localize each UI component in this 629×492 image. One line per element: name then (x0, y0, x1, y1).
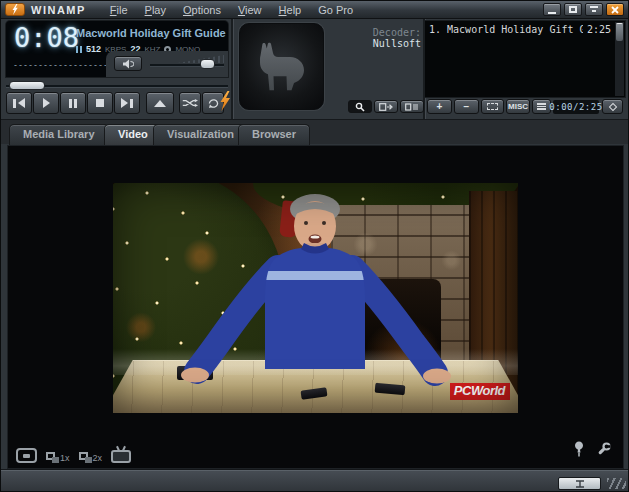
next-button[interactable] (114, 92, 140, 114)
playlist-scrollbar[interactable] (615, 22, 624, 96)
separator (231, 19, 233, 119)
pause-icon (69, 99, 77, 108)
pcworld-logo: PCWorld (450, 383, 510, 400)
menu-file[interactable]: File (110, 4, 128, 16)
titlebar[interactable]: WINAMP File Play Options View Help Go Pr… (1, 1, 628, 19)
playlist-jump-button[interactable] (602, 99, 623, 114)
playlist-remove-button[interactable]: − (454, 99, 479, 114)
status-bar (1, 469, 629, 492)
presenter (113, 183, 518, 413)
diamond-icon (608, 102, 616, 110)
fullscreen-icon (16, 448, 37, 463)
player-panel: 0:08 Macworld Holiday Gift Guide iF 512 … (1, 19, 629, 119)
decoder-value: Nullsoft (373, 38, 421, 49)
menu-options[interactable]: Options (183, 4, 221, 16)
repeat-icon (207, 98, 220, 109)
winamp-window: WINAMP File Play Options View Help Go Pr… (0, 0, 629, 492)
shade-glyph-icon (575, 480, 585, 488)
menu-play[interactable]: Play (145, 4, 166, 16)
playlist-scroll-thumb[interactable] (616, 23, 623, 41)
playlist-misc-button[interactable]: MISC (506, 99, 530, 114)
decoder-line: Decoder: Nullsoft (319, 27, 421, 49)
elapsed-time-display[interactable]: 0:08 (14, 22, 79, 53)
zoom-2x-icon (79, 452, 92, 463)
menu-go-pro[interactable]: Go Pro (318, 4, 353, 16)
seek-thumb[interactable] (9, 81, 45, 90)
pause-button[interactable] (60, 92, 86, 114)
playlist-controls: + − MISC 0:00/2:25 (425, 98, 625, 118)
shuffle-icon (182, 98, 198, 108)
tab-browser[interactable]: Browser (238, 124, 310, 145)
pushpin-icon (573, 441, 585, 457)
decoder-label: Decoder: (373, 27, 421, 38)
tv-icon (111, 450, 131, 463)
winshade-mini-button[interactable] (558, 477, 601, 490)
volume-thumb[interactable] (200, 59, 215, 69)
window-controls (543, 3, 624, 16)
stop-icon (96, 99, 104, 107)
minimize-icon (548, 12, 556, 14)
tab-visualization[interactable]: Visualization (153, 124, 248, 145)
video-frame: PCWorld (113, 183, 518, 413)
close-button[interactable] (606, 3, 624, 16)
art-buttons (348, 100, 424, 113)
menu-bar: File Play Options View Help Go Pro (110, 4, 353, 16)
album-art-box (239, 23, 324, 110)
playlist-item-title: 1. Macworld Holiday Gift Guid... (429, 24, 583, 35)
speaker-icon (122, 59, 134, 69)
app-title: WINAMP (31, 4, 86, 16)
volume-button[interactable] (114, 56, 142, 71)
playlist-item[interactable]: 1. Macworld Holiday Gift Guid... 2:25 (425, 21, 625, 35)
playlist-add-button[interactable]: + (427, 99, 452, 114)
menu-help[interactable]: Help (279, 4, 302, 16)
fullscreen-button[interactable] (16, 448, 37, 463)
wrench-icon (597, 442, 611, 456)
zoom-2x-button[interactable]: 2x (79, 452, 103, 463)
options-list-icon (405, 103, 419, 111)
windowshade-button[interactable] (585, 3, 603, 16)
video-canvas: PCWorld 1x 2x (7, 145, 624, 469)
pin-button[interactable] (573, 441, 585, 461)
selection-box-icon (487, 103, 498, 110)
zoom-1x-label: 1x (60, 453, 70, 463)
pause-indicator-icon (76, 46, 82, 53)
eject-button[interactable] (146, 92, 174, 114)
ticker-dashes: ------------------------ (14, 60, 106, 70)
video-toolbar-right (573, 441, 611, 461)
track-title-ticker[interactable]: Macworld Holiday Gift Guide iF (76, 27, 226, 39)
eject-icon (154, 100, 166, 107)
stop-button[interactable] (87, 92, 113, 114)
maximize-button[interactable] (564, 3, 582, 16)
tab-media-library[interactable]: Media Library (9, 124, 109, 145)
next-icon (121, 98, 133, 108)
art-options-button[interactable] (400, 100, 424, 113)
volume-slider[interactable] (150, 51, 224, 77)
playlist-time-display: 0:00/2:25 (553, 100, 599, 114)
menu-view[interactable]: View (238, 4, 262, 16)
previous-button[interactable] (6, 92, 32, 114)
maximize-icon (569, 6, 577, 13)
play-button[interactable] (33, 92, 59, 114)
volume-panel (106, 51, 228, 77)
seek-bar[interactable] (6, 79, 228, 91)
close-icon (611, 6, 619, 14)
resize-grip[interactable] (607, 478, 626, 489)
zoom-button[interactable] (348, 100, 372, 113)
zoom-1x-button[interactable]: 1x (46, 452, 70, 463)
shuffle-button[interactable] (179, 92, 201, 114)
tabs-bar: Media Library Video Visualization Browse… (1, 119, 629, 144)
send-to-button[interactable] (374, 100, 398, 113)
tv-button[interactable] (111, 446, 131, 463)
magnifier-icon (355, 102, 365, 112)
windowshade-icon (590, 6, 598, 13)
previous-icon (13, 98, 25, 108)
minimize-button[interactable] (543, 3, 561, 16)
playlist-item-duration: 2:25 (587, 24, 611, 35)
winamp-logo-icon (5, 3, 25, 16)
video-toolbar: 1x 2x (16, 446, 131, 463)
playlist-select-button[interactable] (481, 99, 504, 114)
playlist: 1. Macworld Holiday Gift Guid... 2:25 (425, 21, 625, 97)
playlist-list-button[interactable] (532, 99, 551, 114)
list-lines-icon (537, 103, 546, 110)
wrench-button[interactable] (597, 442, 611, 460)
